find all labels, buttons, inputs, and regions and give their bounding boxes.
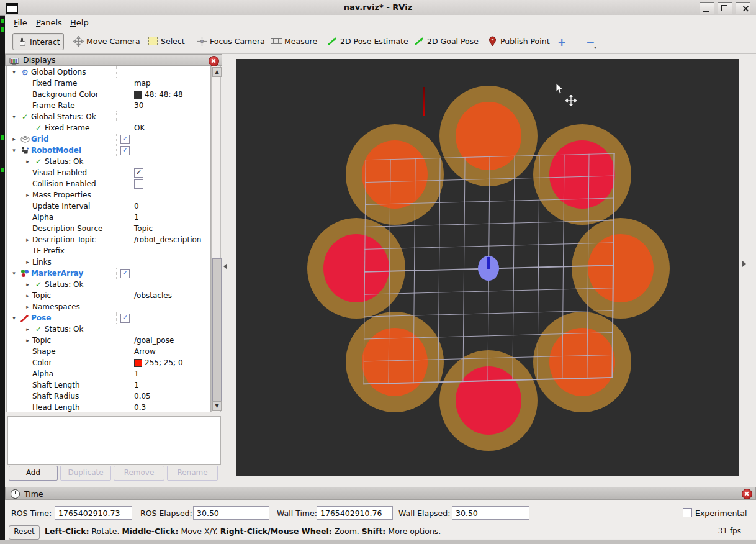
maximize-button[interactable] xyxy=(718,2,732,14)
tree-row[interactable]: Frame Rate30 xyxy=(7,100,210,111)
expander-open-icon[interactable]: ▾ xyxy=(9,145,19,156)
expander-open-icon[interactable]: ▾ xyxy=(9,268,19,279)
checkbox-unchecked[interactable] xyxy=(134,179,143,189)
tree-row-value[interactable]: 30 xyxy=(134,100,143,111)
tree-scrollbar[interactable]: ▲ ▼ xyxy=(211,66,221,412)
tree-row[interactable]: ▸✓Status: Ok xyxy=(7,279,210,290)
tree-row[interactable]: ▸Links xyxy=(7,256,210,268)
add-button[interactable]: Add xyxy=(9,466,58,481)
tree-row-value[interactable]: 0.05 xyxy=(134,391,151,402)
expander-closed-icon[interactable]: ▸ xyxy=(23,189,32,201)
tree-row-value[interactable]: /robot_description xyxy=(134,234,201,245)
tree-row[interactable]: ▾Pose✓ xyxy=(7,312,210,324)
ros-elapsed-input[interactable] xyxy=(193,506,269,520)
tree-row[interactable]: Visual Enabled✓ xyxy=(7,167,210,178)
menu-help[interactable]: Help xyxy=(68,17,91,28)
tool-focus-camera[interactable]: Focus Camera xyxy=(193,33,268,49)
tool-measure[interactable]: Measure xyxy=(268,33,320,49)
tree-row[interactable]: Head Length0.3 xyxy=(7,402,210,412)
tree-row[interactable]: Background Color48; 48; 48 xyxy=(7,89,210,100)
tree-row-value[interactable]: 1 xyxy=(134,379,139,391)
tree-row-value[interactable]: 48; 48; 48 xyxy=(145,89,183,100)
tree-row-value[interactable]: map xyxy=(134,78,151,89)
tree-row[interactable]: ▾MarkerArray✓ xyxy=(7,268,210,279)
tree-row[interactable]: Update Interval0 xyxy=(7,201,210,212)
expander-closed-icon[interactable]: ▸ xyxy=(9,134,19,145)
scroll-down-icon[interactable]: ▼ xyxy=(212,401,222,411)
expander-closed-icon[interactable]: ▸ xyxy=(23,156,32,167)
tree-row[interactable]: ▸Description Topic/robot_description xyxy=(7,234,210,245)
expander-closed-icon[interactable]: ▸ xyxy=(23,301,32,312)
expander-open-icon[interactable]: ▾ xyxy=(9,66,19,78)
tree-row[interactable]: Alpha1 xyxy=(7,212,210,223)
tree-row-value[interactable]: /obstacles xyxy=(134,290,172,301)
time-panel-header[interactable]: Time xyxy=(5,487,756,500)
experimental-checkbox[interactable] xyxy=(683,508,692,517)
tree-row-value[interactable]: /goal_pose xyxy=(134,335,174,346)
tree-row[interactable]: Shaft Length1 xyxy=(7,379,210,391)
tree-row[interactable]: ▸Namespaces xyxy=(7,301,210,312)
render-viewport[interactable] xyxy=(236,59,739,476)
menu-panels[interactable]: Panels xyxy=(34,17,65,28)
tree-row-value[interactable]: 0 xyxy=(134,201,139,212)
tree-row-value[interactable]: 1 xyxy=(134,212,139,223)
tool-2d-pose-estimate[interactable]: 2D Pose Estimate xyxy=(323,33,412,49)
tool-select[interactable]: Select xyxy=(144,33,188,49)
tree-row[interactable]: TF Prefix xyxy=(7,245,210,256)
title-bar[interactable]: nav.rviz* - RViz xyxy=(0,0,756,16)
tree-row[interactable]: ShapeArrow xyxy=(7,346,210,357)
minimize-button[interactable] xyxy=(700,2,714,14)
tree-row-value[interactable]: Arrow xyxy=(134,346,156,357)
tree-row[interactable]: ▸✓Status: Ok xyxy=(7,156,210,167)
tree-row[interactable]: Description SourceTopic xyxy=(7,223,210,234)
duplicate-button[interactable]: Duplicate xyxy=(60,466,111,481)
expander-open-icon[interactable]: ▾ xyxy=(9,111,19,122)
scrollbar-thumb[interactable] xyxy=(212,258,222,405)
tree-row[interactable]: Shaft Radius0.05 xyxy=(7,391,210,402)
splitter-left-icon[interactable] xyxy=(223,263,227,270)
wall-elapsed-input[interactable] xyxy=(452,506,529,520)
tree-row[interactable]: Fixed Framemap xyxy=(7,78,210,89)
tree-row[interactable]: ▾✓Global Status: Ok xyxy=(7,111,210,122)
expander-open-icon[interactable]: ▾ xyxy=(9,312,19,324)
displays-close-icon[interactable] xyxy=(209,56,219,66)
tree-row[interactable]: ▸Topic/goal_pose xyxy=(7,335,210,346)
rename-button[interactable]: Rename xyxy=(167,466,218,481)
tree-row-value[interactable]: 0.3 xyxy=(134,402,146,412)
tree-row[interactable]: ▸Topic/obstacles xyxy=(7,290,210,301)
tree-row-value[interactable]: 255; 25; 0 xyxy=(145,357,183,368)
expander-closed-icon[interactable]: ▸ xyxy=(23,324,32,335)
tree-row[interactable]: Alpha1 xyxy=(7,368,210,379)
expander-closed-icon[interactable]: ▸ xyxy=(23,290,32,301)
menu-file[interactable]: File xyxy=(11,17,30,28)
tool-publish-point[interactable]: Publish Point xyxy=(484,33,553,49)
tree-row[interactable]: ▸Grid✓ xyxy=(7,134,210,145)
tree-row[interactable]: ▸Mass Properties xyxy=(7,189,210,201)
tool-move-camera[interactable]: Move Camera xyxy=(70,33,143,49)
tree-row[interactable]: ▸✓Status: Ok xyxy=(7,324,210,335)
tree-row[interactable]: Color255; 25; 0 xyxy=(7,357,210,368)
checkbox-checked[interactable]: ✓ xyxy=(134,168,143,178)
tree-row[interactable]: ▾RobotModel✓ xyxy=(7,145,210,156)
checkbox-checked[interactable]: ✓ xyxy=(120,135,130,144)
tree-row[interactable]: ▾⚙Global Options xyxy=(7,66,210,78)
expander-closed-icon[interactable]: ▸ xyxy=(23,256,32,268)
ros-time-input[interactable] xyxy=(55,506,132,520)
wall-time-input[interactable] xyxy=(317,506,393,520)
close-button[interactable] xyxy=(736,2,750,14)
add-tool-button[interactable]: + xyxy=(554,34,569,50)
expander-closed-icon[interactable]: ▸ xyxy=(23,234,32,245)
expander-closed-icon[interactable]: ▸ xyxy=(23,335,32,346)
checkbox-checked[interactable]: ✓ xyxy=(120,146,130,155)
tree-row[interactable]: Collision Enabled xyxy=(7,178,210,189)
checkbox-checked[interactable]: ✓ xyxy=(120,314,130,323)
checkbox-checked[interactable]: ✓ xyxy=(120,269,130,278)
reset-button[interactable]: Reset xyxy=(9,525,40,540)
tool-interact[interactable]: Interact xyxy=(12,33,64,50)
tree-row[interactable]: ✓Fixed FrameOK xyxy=(7,122,210,134)
splitter-right-icon[interactable] xyxy=(742,261,746,267)
expander-closed-icon[interactable]: ▸ xyxy=(23,279,32,290)
remove-button[interactable]: Remove xyxy=(114,466,164,481)
tool-2d-goal-pose[interactable]: 2D Goal Pose xyxy=(410,33,482,49)
tree-row-value[interactable]: 1 xyxy=(134,368,139,379)
